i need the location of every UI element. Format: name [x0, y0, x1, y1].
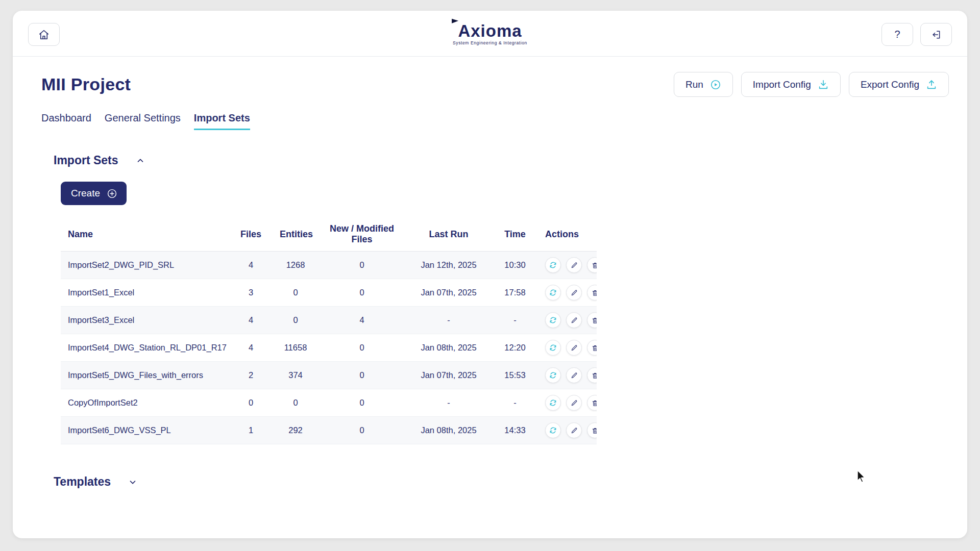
- import-set-last-run: Jan 07th, 2025: [405, 279, 492, 307]
- edit-import-set-button[interactable]: [566, 395, 582, 411]
- import-set-entities: 11658: [273, 334, 318, 362]
- play-circle-icon: [710, 79, 721, 90]
- pencil-icon: [571, 372, 578, 379]
- trash-icon: [592, 344, 597, 352]
- run-button[interactable]: Run: [674, 72, 733, 97]
- tab-bar: Dashboard General Settings Import Sets: [13, 97, 967, 130]
- pencil-icon: [571, 344, 578, 352]
- import-set-name[interactable]: ImportSet6_DWG_VSS_PL: [61, 417, 229, 444]
- refresh-icon: [549, 399, 557, 407]
- import-set-last-run: -: [405, 389, 492, 417]
- import-set-name[interactable]: ImportSet5_DWG_Files_with_errors: [61, 362, 229, 389]
- import-sets-section-title: Import Sets: [54, 154, 118, 167]
- run-import-set-button[interactable]: [545, 395, 561, 411]
- delete-import-set-button[interactable]: [587, 340, 597, 356]
- refresh-icon: [549, 261, 557, 269]
- export-config-label: Export Config: [861, 79, 919, 90]
- edit-import-set-button[interactable]: [566, 285, 582, 300]
- page-title: MII Project: [41, 74, 131, 94]
- column-header-entities: Entities: [273, 217, 318, 252]
- import-set-name[interactable]: ImportSet3_Excel: [61, 307, 229, 334]
- row-actions: [545, 389, 590, 416]
- run-import-set-button[interactable]: [545, 340, 561, 356]
- run-import-set-button[interactable]: [545, 312, 561, 328]
- delete-import-set-button[interactable]: [587, 257, 597, 273]
- export-upload-icon: [926, 79, 937, 90]
- table-row: ImportSet1_Excel 3 0 0 Jan 07th, 2025 17…: [61, 279, 597, 307]
- import-set-name[interactable]: ImportSet4_DWG_Station_RL_DP01_R17: [61, 334, 229, 362]
- create-import-set-button[interactable]: Create: [61, 182, 127, 205]
- column-header-name: Name: [61, 217, 229, 252]
- run-import-set-button[interactable]: [545, 285, 561, 300]
- edit-import-set-button[interactable]: [566, 367, 582, 383]
- import-set-files: 1: [229, 417, 273, 444]
- app-card: Axioma System Engineering & Integration …: [13, 11, 967, 538]
- refresh-icon: [549, 289, 557, 296]
- import-sets-collapse-button[interactable]: [135, 155, 146, 166]
- delete-import-set-button[interactable]: [587, 422, 597, 438]
- edit-import-set-button[interactable]: [566, 312, 582, 328]
- templates-expand-button[interactable]: [127, 477, 138, 488]
- tab-general-settings[interactable]: General Settings: [105, 112, 181, 130]
- run-import-set-button[interactable]: [545, 367, 561, 383]
- import-set-last-run: Jan 12th, 2025: [405, 252, 492, 279]
- import-set-time: 17:58: [492, 279, 538, 307]
- trash-icon: [592, 427, 597, 434]
- import-set-new-modified: 0: [318, 362, 405, 389]
- delete-import-set-button[interactable]: [587, 395, 597, 411]
- tab-dashboard[interactable]: Dashboard: [41, 112, 91, 130]
- column-header-new-modified: New / Modified Files: [318, 217, 405, 252]
- trash-icon: [592, 317, 597, 324]
- home-button[interactable]: [28, 23, 60, 46]
- table-row: ImportSet6_DWG_VSS_PL 1 292 0 Jan 08th, …: [61, 417, 597, 444]
- edit-import-set-button[interactable]: [566, 422, 582, 438]
- import-config-label: Import Config: [753, 79, 811, 90]
- import-sets-section: Import Sets Create: [13, 154, 967, 444]
- edit-import-set-button[interactable]: [566, 340, 582, 356]
- plus-circle-icon: [107, 188, 117, 199]
- pencil-icon: [571, 289, 578, 296]
- import-set-time: 14:33: [492, 417, 538, 444]
- help-button[interactable]: ?: [881, 23, 913, 46]
- pencil-icon: [571, 427, 578, 434]
- import-config-button[interactable]: Import Config: [741, 72, 841, 97]
- column-header-files: Files: [229, 217, 273, 252]
- import-set-last-run: Jan 08th, 2025: [405, 334, 492, 362]
- import-set-entities: 0: [273, 307, 318, 334]
- column-header-time: Time: [492, 217, 538, 252]
- logout-button[interactable]: [920, 23, 952, 46]
- delete-import-set-button[interactable]: [587, 367, 597, 383]
- import-set-time: 12:20: [492, 334, 538, 362]
- import-set-entities: 0: [273, 279, 318, 307]
- brand-tagline: System Engineering & Integration: [453, 40, 527, 45]
- column-header-last-run: Last Run: [405, 217, 492, 252]
- run-import-set-button[interactable]: [545, 257, 561, 273]
- table-row: ImportSet3_Excel 4 0 4 - -: [61, 307, 597, 334]
- import-set-entities: 0: [273, 389, 318, 417]
- import-set-new-modified: 0: [318, 279, 405, 307]
- home-icon: [38, 29, 50, 40]
- export-config-button[interactable]: Export Config: [849, 72, 949, 97]
- edit-import-set-button[interactable]: [566, 257, 582, 273]
- table-row: ImportSet4_DWG_Station_RL_DP01_R17 4 116…: [61, 334, 597, 362]
- delete-import-set-button[interactable]: [587, 312, 597, 328]
- import-set-last-run: Jan 08th, 2025: [405, 417, 492, 444]
- top-bar: Axioma System Engineering & Integration …: [13, 11, 967, 57]
- tab-import-sets[interactable]: Import Sets: [194, 112, 250, 130]
- import-set-last-run: Jan 07th, 2025: [405, 362, 492, 389]
- import-set-files: 4: [229, 252, 273, 279]
- table-header-row: Name Files Entities New / Modified Files…: [61, 217, 597, 252]
- table-row: ImportSet2_DWG_PID_SRL 4 1268 0 Jan 12th…: [61, 252, 597, 279]
- top-bar-right: ?: [881, 23, 952, 46]
- import-set-name[interactable]: ImportSet2_DWG_PID_SRL: [61, 252, 229, 279]
- help-icon: ?: [894, 29, 900, 40]
- trash-icon: [592, 289, 597, 296]
- import-set-name[interactable]: CopyOfImportSet2: [61, 389, 229, 417]
- create-button-label: Create: [71, 188, 100, 199]
- run-import-set-button[interactable]: [545, 422, 561, 438]
- brand-name: Axioma: [453, 22, 527, 39]
- import-set-files: 0: [229, 389, 273, 417]
- import-set-time: -: [492, 307, 538, 334]
- import-set-name[interactable]: ImportSet1_Excel: [61, 279, 229, 307]
- delete-import-set-button[interactable]: [587, 285, 597, 300]
